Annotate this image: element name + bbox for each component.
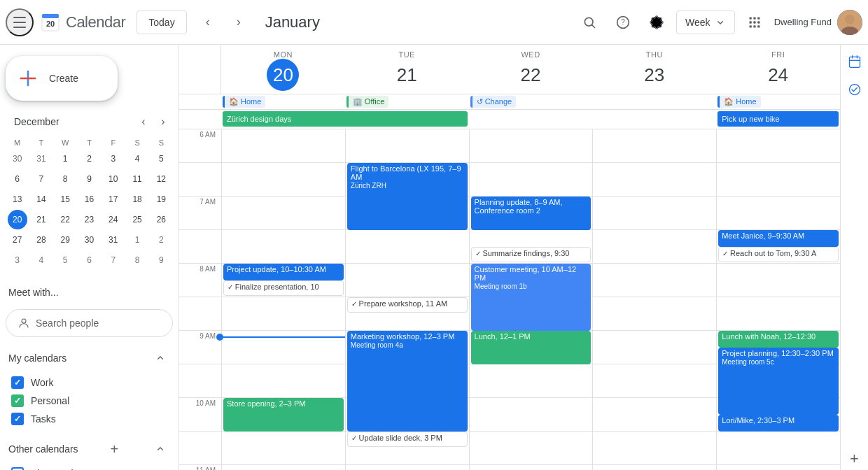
right-sidebar-check-icon[interactable] [844, 78, 866, 101]
calendar-event[interactable]: ✓ Update slide deck, 3 PM [347, 432, 468, 447]
mini-cal-day[interactable]: 5 [151, 149, 171, 169]
mini-cal-day[interactable]: 2 [151, 230, 171, 250]
calendar-item-work[interactable]: ✓ Work [6, 373, 173, 392]
calendar-item-tasks[interactable]: ✓ Tasks [6, 410, 173, 428]
hour-line [222, 364, 345, 398]
mini-cal-day[interactable]: 6 [8, 169, 27, 189]
next-button[interactable]: › [226, 10, 251, 35]
mini-cal-day[interactable]: 4 [31, 250, 51, 270]
mini-cal-day[interactable]: 30 [8, 149, 27, 169]
wfh-tag-mon[interactable]: 🏠 Home [223, 96, 265, 108]
mini-cal-day[interactable]: 5 [55, 250, 75, 270]
wfh-tag-fri[interactable]: 🏠 Home [718, 96, 760, 108]
calendar-event[interactable]: Marketing workshop, 12–3 PMMeeting room … [347, 331, 468, 432]
time-label: 6 AM [179, 129, 221, 163]
mini-cal-day[interactable]: 27 [8, 230, 27, 250]
day-num-fri[interactable]: 24 [762, 59, 794, 91]
mini-cal-day[interactable]: 30 [79, 230, 99, 250]
right-sidebar-calendar-icon[interactable] [844, 50, 866, 73]
calendar-event[interactable]: Project update, 10–10:30 AM [223, 264, 344, 280]
right-sidebar-add-button[interactable]: + [844, 448, 866, 470]
calendar-event[interactable]: ✓ Summarize findings, 9:30 [471, 247, 592, 262]
calendar-event[interactable]: Lunch with Noah, 12–12:30 [718, 331, 839, 348]
mini-cal-day[interactable]: 31 [104, 230, 123, 250]
day-num-tue[interactable]: 21 [391, 59, 423, 91]
calendar-event[interactable]: ✓ Prepare workshop, 11 AM [347, 297, 468, 313]
mini-cal-day[interactable]: 3 [104, 149, 123, 169]
mini-cal-day[interactable]: 22 [55, 210, 75, 229]
mini-cal-day[interactable]: 9 [151, 250, 171, 270]
mini-cal-day[interactable]: 1 [127, 230, 147, 250]
wfh-tag-wed[interactable]: ↺ Change [470, 96, 517, 108]
mini-cal-day[interactable]: 8 [127, 250, 147, 270]
mini-cal-day[interactable]: 7 [104, 250, 123, 270]
hour-line [593, 297, 716, 331]
calendar-item-alan-cook[interactable]: Alan Cook [6, 464, 173, 470]
view-selector[interactable]: Week [676, 10, 735, 34]
my-calendars-toggle[interactable] [150, 348, 170, 368]
calendar-event[interactable]: Store opening, 2–3 PM [223, 398, 344, 432]
mini-cal-day[interactable]: 7 [31, 169, 51, 189]
mini-cal-day[interactable]: 26 [151, 210, 171, 229]
calendar-event[interactable]: Meet Janice, 9–9:30 AM [718, 230, 839, 247]
mini-cal-day[interactable]: 25 [127, 210, 147, 229]
mini-cal-day[interactable]: 28 [31, 230, 51, 250]
avatar[interactable] [837, 10, 862, 35]
calendar-item-personal[interactable]: ✓ Personal [6, 392, 173, 410]
allday-event-zurich[interactable]: Zürich design days [223, 111, 468, 127]
mini-cal-day[interactable]: 31 [31, 149, 51, 169]
mini-cal-day[interactable]: 11 [127, 169, 147, 189]
mini-cal-next[interactable]: › [153, 112, 173, 131]
day-num-wed[interactable]: 22 [514, 59, 547, 91]
other-calendars-toggle[interactable] [150, 439, 170, 459]
mini-cal-day[interactable]: 3 [8, 250, 27, 270]
mini-cal-day[interactable]: 8 [55, 169, 75, 189]
calendar-event[interactable]: ✓ Finalize presentation, 10 [223, 280, 344, 296]
mini-cal-dow: M [6, 137, 29, 148]
mini-cal-day[interactable]: 12 [151, 169, 171, 189]
day-num-thu[interactable]: 23 [638, 59, 671, 91]
mini-cal-day[interactable]: 2 [79, 149, 99, 169]
mini-cal-day[interactable]: 24 [104, 210, 123, 229]
calendar-event[interactable]: ✓ Reach out to Tom, 9:30 A [718, 247, 839, 262]
mini-cal-day[interactable]: 13 [8, 190, 27, 209]
search-people-input[interactable]: Search people [6, 309, 173, 337]
mini-cal-day[interactable]: 18 [127, 190, 147, 209]
prev-button[interactable]: ‹ [195, 10, 220, 35]
calendar-event[interactable]: Planning update, 8–9 AM, Conference room… [471, 197, 592, 230]
mini-cal-prev[interactable]: ‹ [134, 112, 153, 131]
settings-button[interactable] [643, 8, 671, 36]
mini-cal-day[interactable]: 29 [55, 230, 75, 250]
mini-cal-day[interactable]: 6 [79, 250, 99, 270]
mini-cal-day[interactable]: 20 [8, 210, 27, 229]
mini-cal-day[interactable]: 10 [104, 169, 123, 189]
mini-cal-day[interactable]: 23 [79, 210, 99, 229]
mini-cal-day[interactable]: 17 [104, 190, 123, 209]
add-other-calendar-button[interactable]: + [104, 439, 124, 459]
calendar-event[interactable]: Customer meeting, 10 AM–12 PMMeeting roo… [471, 264, 592, 331]
menu-button[interactable] [6, 8, 34, 36]
calendar-event[interactable]: Lunch, 12–1 PM [471, 331, 592, 364]
calendar-event[interactable]: Project planning, 12:30–2:30 PMMeeting r… [718, 348, 839, 415]
mini-cal-day[interactable]: 16 [79, 190, 99, 209]
mini-cal-day[interactable]: 19 [151, 190, 171, 209]
mini-cal-day[interactable]: 9 [79, 169, 99, 189]
wfh-tag-tue[interactable]: 🏢 Office [346, 96, 389, 108]
search-button[interactable] [575, 8, 603, 36]
today-button[interactable]: Today [136, 10, 186, 34]
mini-cal-day[interactable]: 4 [127, 149, 147, 169]
calendar-event[interactable]: Lori/Mike, 2:30–3 PM [718, 415, 839, 432]
mini-calendar: December ‹ › MTWTFSS30311234567891011121… [6, 112, 173, 270]
day-num-mon[interactable]: 20 [267, 59, 299, 91]
day-col-thu [592, 129, 716, 470]
mini-cal-day[interactable]: 1 [55, 149, 75, 169]
help-button[interactable]: ? [609, 8, 637, 36]
mini-cal-day[interactable]: 21 [31, 210, 51, 229]
create-button[interactable]: Create [6, 56, 118, 101]
calendar-event[interactable]: Flight to Barcelona (LX 195, 7–9 AMZüric… [347, 163, 468, 230]
help-icon: ? [616, 15, 630, 29]
google-apps-button[interactable] [741, 8, 769, 36]
mini-cal-day[interactable]: 14 [31, 190, 51, 209]
allday-event-bike[interactable]: Pick up new bike [718, 111, 839, 127]
mini-cal-day[interactable]: 15 [55, 190, 75, 209]
